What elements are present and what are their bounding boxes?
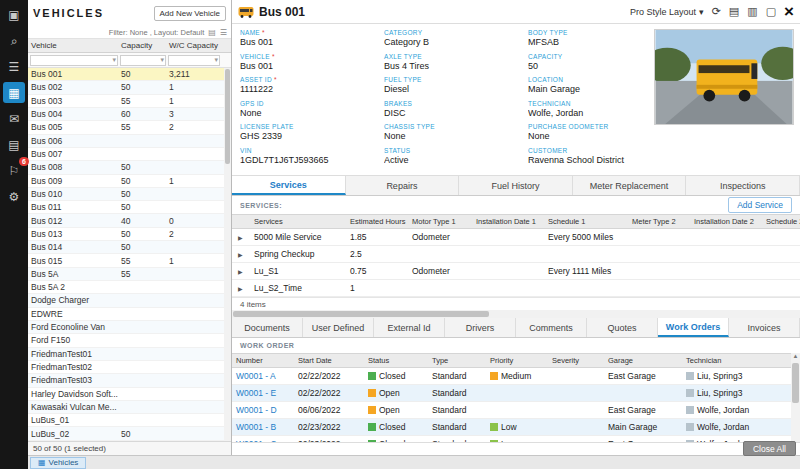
add-service-button[interactable]: Add Service [728,197,792,213]
secondary-tab[interactable]: External Id [374,318,445,337]
vehicle-row[interactable]: Ford F150 [28,334,231,347]
close-all-button[interactable]: Close All [743,441,796,456]
field-value[interactable]: GHS 2339 [240,131,380,142]
field-value[interactable]: Wolfe, Jordan [528,108,668,119]
secondary-tab[interactable]: Invoices [729,318,800,337]
col-estimated-hours[interactable]: Estimated Hours [346,217,408,226]
work-order-row[interactable]: W0001 - B 02/23/2022 Closed Standard Low… [232,419,800,436]
sidebar-module-icon[interactable]: ▦ [3,82,25,103]
vehicle-row[interactable]: Bus 002 50 1 [28,81,231,94]
close-icon[interactable]: × [784,4,794,20]
vehicle-row[interactable]: Bus 008 50 [28,161,231,174]
vehicle-row[interactable]: FriedmanTest01 [28,348,231,361]
work-order-link[interactable]: W0001 - D [232,405,294,415]
vehicle-row[interactable]: Bus 013 50 2 [28,228,231,241]
field-value[interactable]: 50 [528,61,668,72]
vehicle-list-scrollbar[interactable] [224,68,231,441]
work-order-link[interactable]: W0001 - E [232,388,294,398]
sidebar-module-icon[interactable]: ⚐ 6 [3,160,25,181]
columns-chooser-icon[interactable]: ▤ [208,28,216,37]
col-status[interactable]: Status [364,356,428,365]
sidebar-module-icon[interactable]: ☰ [3,56,25,77]
field-value[interactable]: 1GDL7T1J6TJ593665 [240,155,380,166]
col-severity[interactable]: Severity [548,356,604,365]
work-order-link[interactable]: W0001 - B [232,422,294,432]
field-value[interactable]: Bus 001 [240,61,380,72]
sidebar-module-icon[interactable]: ✉ [3,108,25,129]
vehicle-row[interactable]: Harley Davidson Soft... [28,388,231,401]
col-technician[interactable]: Technician [682,356,800,365]
col-garage[interactable]: Garage [604,356,682,365]
column-header-wc-capacity[interactable]: W/C Capacity [166,41,222,50]
secondary-tab[interactable]: Documents [232,318,303,337]
vehicle-row[interactable]: Bus 014 50 [28,241,231,254]
col-meter-type-2[interactable]: Meter Type 2 [628,217,690,226]
work-order-link[interactable]: W0001 - A [232,371,294,381]
sidebar-module-icon[interactable]: ⚙ [3,186,25,207]
vehicle-row[interactable]: Bus 006 [28,135,231,148]
col-schedule-2[interactable]: Schedule 2 [762,217,800,226]
col-schedule-1[interactable]: Schedule 1 [544,217,628,226]
taskbar-item-vehicles[interactable]: ▦ Vehicles [30,457,86,469]
col-priority[interactable]: Priority [486,356,548,365]
field-value[interactable]: DISC [384,108,524,119]
vehicle-row[interactable]: Bus 003 55 1 [28,95,231,108]
vehicle-row[interactable]: Bus 007 [28,148,231,161]
maximize-icon[interactable]: ▢ [766,5,776,18]
service-row[interactable]: ▶ Lu_S1 0.75 Odometer Every 1111 Miles [232,263,800,280]
vehicle-row[interactable]: LuBus_02 50 [28,427,231,440]
vehicle-row[interactable]: Bus 010 50 [28,188,231,201]
field-value[interactable]: 1111222 [240,84,380,95]
secondary-tab[interactable]: Quotes [587,318,658,337]
col-start-date[interactable]: Start Date [294,356,364,365]
vehicle-row[interactable]: LuBus_01 [28,414,231,427]
field-value[interactable]: Active [384,155,524,166]
scrollbar-thumb[interactable] [225,69,230,164]
wc-capacity-filter-input[interactable]: ▾ [168,55,220,66]
vehicle-row[interactable]: EDWRE [28,308,231,321]
vehicle-row[interactable]: Ford Econoline Van [28,321,231,334]
scrollbar-thumb[interactable] [792,363,799,403]
detail-tab[interactable]: Inspections [686,176,800,195]
vehicle-row[interactable]: Bus 015 55 1 [28,254,231,267]
row-expander-icon[interactable]: ▶ [238,269,243,275]
layout-grid-icon[interactable]: ▥ [747,5,757,18]
services-horizontal-scrollbar[interactable] [232,310,800,318]
scrollbar-thumb[interactable] [233,311,489,317]
panel-menu-icon[interactable]: ☰ [220,28,227,37]
vehicle-row[interactable]: Bus 011 50 [28,201,231,214]
field-value[interactable]: Bus 001 [240,37,380,48]
row-expander-icon[interactable]: ▶ [238,252,243,258]
detail-tab[interactable]: Meter Replacement [573,176,687,195]
scroll-up-icon[interactable]: ▲ [793,353,799,359]
refresh-icon[interactable]: ⟳ [712,5,721,18]
vehicle-row[interactable]: Bus 001 50 3,211 [28,68,231,81]
detail-tab[interactable]: Fuel History [459,176,573,195]
field-value[interactable]: Main Garage [528,84,668,95]
column-header-capacity[interactable]: Capacity [118,41,166,50]
sidebar-module-icon[interactable]: ⌕ [3,30,25,51]
sidebar-module-icon[interactable]: ▤ [3,134,25,155]
service-row[interactable]: ▶ Lu_S2_Time 1 [232,280,800,297]
vehicle-row[interactable]: Bus 009 50 1 [28,175,231,188]
vehicle-row[interactable]: Bus 005 55 2 [28,121,231,134]
vehicle-row[interactable]: Kawasaki Vulcan Me... [28,401,231,414]
col-services[interactable]: Services [250,217,346,226]
vehicle-row[interactable]: FriedmanTest02 [28,361,231,374]
secondary-tab[interactable]: Drivers [445,318,516,337]
row-expander-icon[interactable]: ▶ [238,235,243,241]
sidebar-module-icon[interactable]: ▣ [3,4,25,25]
service-row[interactable]: ▶ 5000 Mile Service 1.85 Odometer Every … [232,229,800,246]
vehicle-row[interactable]: Dodge Charger [28,294,231,307]
vehicle-row[interactable]: FriedmanTest03 [28,374,231,387]
column-header-vehicle[interactable]: Vehicle [28,41,118,50]
col-type[interactable]: Type [428,356,486,365]
field-value[interactable]: None [528,131,668,142]
field-value[interactable]: MFSAB [528,37,668,48]
work-order-row[interactable]: W0001 - E 02/22/2022 Open Standard Liu, … [232,385,800,402]
vehicle-row[interactable]: Bus 5A 2 [28,281,231,294]
vehicle-row[interactable]: Bus 012 40 0 [28,214,231,227]
row-expander-icon[interactable]: ▶ [238,286,243,292]
service-row[interactable]: ▶ Spring Checkup 2.5 [232,246,800,263]
col-installation-date-2[interactable]: Installation Date 2 [690,217,762,226]
